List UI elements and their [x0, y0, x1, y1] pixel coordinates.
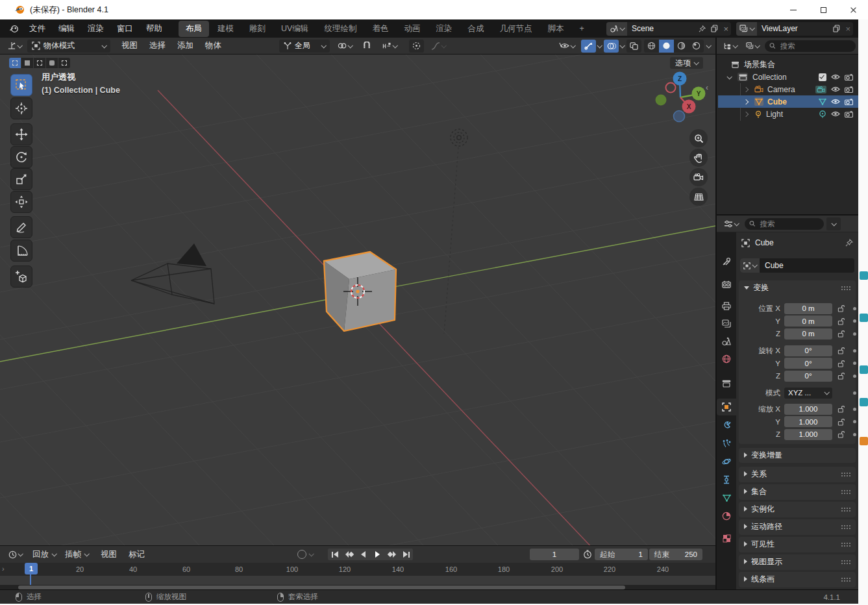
expand-icon[interactable] [743, 99, 749, 104]
gizmo-axis-neg-y[interactable] [656, 95, 667, 106]
toggle-ortho-button[interactable] [689, 188, 708, 206]
prev-keyframe-button[interactable] [342, 549, 356, 560]
render-camera-icon[interactable] [845, 86, 853, 93]
shading-material-button[interactable] [674, 40, 689, 53]
viewlayer-selector[interactable]: ViewLayer × [736, 22, 853, 36]
pin-icon[interactable] [696, 25, 708, 32]
gizmos-toggle[interactable] [581, 40, 596, 53]
tab-geometry-nodes[interactable]: 几何节点 [492, 21, 539, 37]
tab-animation[interactable]: 动画 [397, 21, 427, 37]
drag-handle[interactable] [841, 472, 850, 476]
viewlayer-name[interactable]: ViewLayer [757, 24, 830, 33]
lock-icon[interactable] [837, 430, 845, 438]
lock-icon[interactable] [837, 330, 845, 338]
snap-with-dropdown[interactable] [377, 40, 402, 53]
menu-markers[interactable]: 标记 [123, 549, 151, 560]
menu-add[interactable]: 添加 [171, 40, 199, 51]
properties-search[interactable] [745, 218, 824, 230]
hide-eye-icon[interactable] [831, 111, 840, 117]
remove-viewlayer-icon[interactable]: × [843, 24, 853, 34]
rotation-z-field[interactable]: 0° [784, 371, 832, 382]
timeline-ruler[interactable]: › 20 40 60 80 100 120 140 160 180 200 22… [0, 563, 715, 576]
sidebar-toggle-arrow[interactable]: ‹ [706, 83, 708, 92]
outliner-search[interactable] [765, 40, 856, 52]
tool-scale[interactable] [10, 168, 32, 190]
lock-icon[interactable] [837, 304, 845, 312]
frame-start-field[interactable]: 起始 1 [595, 549, 648, 560]
lock-icon[interactable] [837, 418, 845, 426]
panel-relations[interactable]: 关系 [739, 467, 856, 482]
menu-timeline-view[interactable]: 视图 [95, 549, 123, 560]
expand-icon[interactable] [743, 111, 749, 116]
tab-rendering[interactable]: 渲染 [428, 21, 459, 37]
location-x-field[interactable]: 0 m [784, 303, 832, 314]
tab-constraints[interactable] [717, 471, 736, 488]
menu-edit[interactable]: 编辑 [52, 23, 81, 34]
animate-dot[interactable] [853, 375, 856, 378]
camera-data-icon[interactable] [815, 86, 826, 93]
outliner-filter-dropdown[interactable] [742, 40, 763, 53]
cube-object[interactable] [324, 252, 396, 331]
minimize-button[interactable] [778, 0, 808, 19]
breadcrumb-object-name[interactable]: Cube [755, 238, 774, 247]
play-reverse-button[interactable] [356, 549, 370, 560]
editor-type-dropdown[interactable] [4, 40, 25, 53]
new-viewlayer-icon[interactable] [830, 25, 843, 32]
transform-panel-header[interactable]: 变换 [739, 280, 856, 295]
tab-physics[interactable] [717, 453, 736, 470]
animate-dot[interactable] [853, 420, 856, 423]
tool-transform[interactable] [10, 191, 32, 213]
pan-view-button[interactable] [689, 149, 708, 167]
render-camera-icon[interactable] [845, 74, 853, 80]
tool-annotate[interactable] [10, 216, 32, 238]
panel-motion-paths[interactable]: 运动路径 [739, 519, 856, 535]
panel-delta-transform[interactable]: 变换增量 [739, 448, 856, 463]
menu-keying[interactable]: 插帧 [64, 549, 88, 560]
drag-handle[interactable] [841, 577, 850, 582]
panel-viewport-display[interactable]: 视图显示 [739, 554, 856, 570]
mesh-data-icon[interactable] [819, 98, 826, 105]
select-mode-extend[interactable] [21, 58, 33, 68]
outliner-row-camera[interactable]: Camera [718, 83, 858, 95]
tab-scripting[interactable]: 脚本 [540, 21, 571, 37]
hide-eye-icon[interactable] [831, 86, 840, 92]
animate-dot[interactable] [853, 319, 856, 323]
outliner-row-collection[interactable]: Collection [718, 71, 858, 83]
tool-cursor[interactable] [10, 97, 32, 119]
rotation-y-field[interactable]: 0° [784, 358, 832, 369]
render-camera-icon[interactable] [845, 99, 853, 105]
current-frame-field[interactable]: 1 [530, 549, 579, 560]
scale-x-field[interactable]: 1.000 [784, 404, 832, 415]
menu-help[interactable]: 帮助 [140, 23, 169, 34]
jump-to-start-button[interactable] [328, 549, 341, 560]
scene-browse-icon[interactable] [606, 22, 627, 36]
collection-checkbox[interactable] [819, 73, 826, 81]
animate-dot[interactable] [853, 307, 856, 310]
timeline-editor-type-dropdown[interactable] [4, 548, 26, 561]
tab-particles[interactable] [717, 435, 736, 452]
maximize-button[interactable] [808, 0, 838, 19]
lock-icon[interactable] [837, 405, 845, 413]
select-mode-intersect[interactable] [58, 58, 70, 68]
overlays-toggle[interactable] [604, 40, 619, 53]
viewlayer-browse-icon[interactable] [736, 22, 757, 36]
tab-object-data[interactable] [717, 489, 736, 506]
zoom-view-button[interactable] [689, 129, 708, 147]
outliner-row-cube[interactable]: Cube [718, 95, 858, 108]
camera-view-button[interactable] [689, 168, 708, 186]
expand-icon[interactable] [743, 86, 749, 92]
rotation-x-field[interactable]: 0° [784, 345, 832, 356]
select-mode-subtract[interactable] [34, 58, 45, 68]
transform-orientation-dropdown[interactable]: 全局 [279, 40, 330, 53]
mode-dropdown[interactable]: 物体模式 [27, 40, 110, 53]
animate-dot[interactable] [853, 408, 856, 411]
camera-object[interactable] [131, 243, 214, 304]
tab-modifiers[interactable] [717, 417, 736, 434]
render-camera-icon[interactable] [845, 111, 853, 117]
lock-icon[interactable] [837, 347, 845, 354]
panel-visibility[interactable]: 可见性 [739, 537, 856, 552]
expand-icon[interactable] [726, 74, 732, 79]
menu-window[interactable]: 窗口 [110, 23, 140, 34]
object-id-browse[interactable] [740, 258, 760, 273]
tab-layout[interactable]: 布局 [179, 21, 209, 37]
